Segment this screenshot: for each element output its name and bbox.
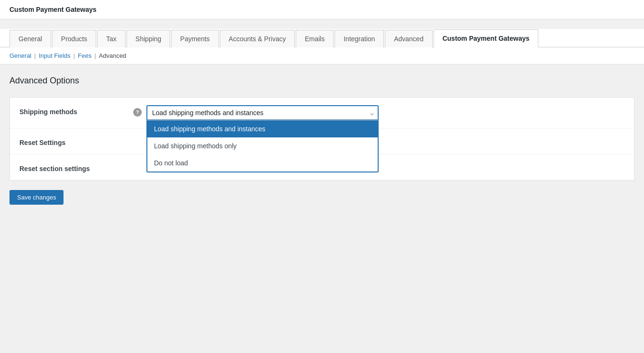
save-button[interactable]: Save changes [9,190,63,205]
tab-emails[interactable]: Emails [296,30,334,47]
shipping-methods-label: Shipping methods [19,105,133,116]
dropdown-option-load-methods-only[interactable]: Load shipping methods only [147,137,378,154]
subnav-fees[interactable]: Fees [78,52,91,59]
tabs-nav: General Products Tax Shipping Payments A… [0,29,644,47]
shipping-methods-row: Shipping methods ? Load shipping methods… [10,98,634,128]
tab-general[interactable]: General [9,30,51,47]
tab-products[interactable]: Products [52,30,96,47]
shipping-methods-controls: ? Load shipping methods and instances ⌵ … [133,105,625,120]
select-display-text: Load shipping methods and instances [152,109,263,117]
tab-tax[interactable]: Tax [97,30,126,47]
page-title: Custom Payment Gateways [9,6,97,13]
shipping-methods-select[interactable]: Load shipping methods and instances [146,105,379,120]
subnav-general[interactable]: General [9,52,31,59]
top-bar: Custom Payment Gateways [0,0,644,19]
subnav-current: Advanced [99,52,127,59]
section-card: Shipping methods ? Load shipping methods… [9,97,635,181]
section-title: Advanced Options [9,76,635,86]
tab-payments[interactable]: Payments [171,30,218,47]
main-content: General Products Tax Shipping Payments A… [0,29,644,216]
dropdown-option-do-not-load[interactable]: Do not load [147,154,378,172]
tab-integration[interactable]: Integration [335,30,384,47]
sub-nav: General | Input Fields | Fees | Advanced [0,47,644,64]
tab-advanced[interactable]: Advanced [385,30,432,47]
tab-custom-payment-gateways[interactable]: Custom Payment Gateways [434,29,539,47]
settings-body: Advanced Options Shipping methods ? Load… [0,64,644,216]
shipping-methods-dropdown: Load shipping methods and instances Load… [146,120,379,172]
dropdown-option-load-all[interactable]: Load shipping methods and instances [147,120,378,137]
tab-accounts-privacy[interactable]: Accounts & Privacy [220,30,295,47]
shipping-methods-select-wrapper: Load shipping methods and instances ⌵ Lo… [146,105,379,120]
tab-shipping[interactable]: Shipping [127,30,171,47]
reset-section-settings-label: Reset section settings [19,162,133,172]
reset-settings-title: Reset Settings [19,136,133,146]
shipping-methods-help-icon[interactable]: ? [133,108,142,117]
subnav-input-fields[interactable]: Input Fields [39,52,71,59]
